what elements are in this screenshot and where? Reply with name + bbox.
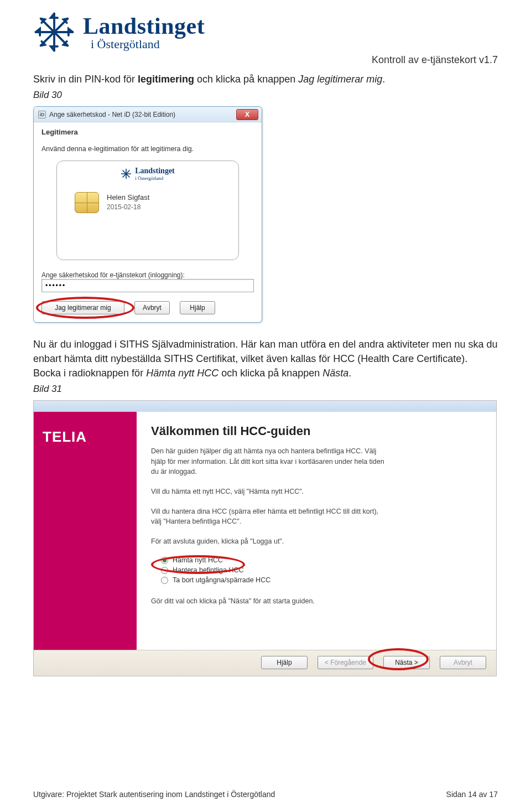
card-date: 2015-02-18 xyxy=(107,203,140,211)
radio-label-3: Ta bort utgångna/spärrade HCC xyxy=(173,576,270,584)
page-footer: Utgivare: Projektet Stark autentisering … xyxy=(33,790,498,799)
hcc-button-row: Hjälp < Föregående Nästa > Avbryt xyxy=(34,650,496,676)
caption-2: Bild 31 xyxy=(33,384,498,395)
hcc-main: Välkommen till HCC-guiden Den här guiden… xyxy=(137,412,496,650)
radio-label-1: Hämta nytt HCC xyxy=(173,556,223,564)
radio-icon-checked xyxy=(161,557,168,564)
hcc-help-button[interactable]: Hjälp xyxy=(261,656,308,669)
close-button[interactable]: X xyxy=(236,109,258,120)
hcc-p4: För att avsluta guiden, klicka på "Logga… xyxy=(151,536,389,546)
p2-mid: och klicka på knappen xyxy=(218,368,322,379)
dialog-title: Ange säkerhetskod - Net iD (32-bit Editi… xyxy=(49,111,175,118)
netid-dialog: iD Ange säkerhetskod - Net iD (32-bit Ed… xyxy=(33,106,262,323)
hcc-titlebar xyxy=(34,401,496,412)
telia-logo-text: TELIA xyxy=(43,428,87,445)
card-holder-name: Helen Sigfast xyxy=(107,193,149,201)
radio-label-2: Hantera befintliga HCC xyxy=(173,566,244,574)
p2-post: . xyxy=(348,368,351,379)
footer-right: Sidan 14 av 17 xyxy=(446,790,498,799)
brand-name: Landstinget xyxy=(83,13,205,39)
cancel-button[interactable]: Avbryt xyxy=(134,301,170,314)
radio-icon xyxy=(161,577,168,584)
caption-1: Bild 30 xyxy=(33,90,498,101)
hcc-next-button[interactable]: Nästa > xyxy=(383,656,430,669)
p2-i2: Nästa xyxy=(322,368,348,379)
logo-block: Landstinget i Östergötland xyxy=(33,11,205,53)
logo-text: Landstinget i Östergötland xyxy=(83,13,205,51)
hcc-heading: Välkommen till HCC-guiden xyxy=(151,424,482,438)
hcc-p2: Vill du hämta ett nytt HCC, välj "Hämta … xyxy=(151,487,389,496)
intro-bold: legitimering xyxy=(138,74,194,85)
footer-left: Utgivare: Projektet Stark autentisering … xyxy=(33,790,275,799)
dialog-heading: Legitimera xyxy=(41,128,254,136)
card-logo-text: Landstinget i Östergötland xyxy=(135,167,175,181)
password-label: Ange säkerhetskod för e-tjänstekort (inl… xyxy=(41,271,254,279)
legitimize-button[interactable]: Jag legitimerar mig xyxy=(41,301,124,314)
dialog-titlebar: iD Ange säkerhetskod - Net iD (32-bit Ed… xyxy=(34,107,262,122)
hcc-sidebar: TELIA xyxy=(34,412,137,650)
p2-i1: Hämta nytt HCC xyxy=(146,368,218,379)
id-card: Landstinget i Östergötland Helen Sigfast… xyxy=(56,161,239,260)
intro-ital: Jag legitimerar mig xyxy=(298,74,382,85)
intro-text: Skriv in din PIN-kod för legitimering oc… xyxy=(33,73,498,86)
close-icon: X xyxy=(245,111,249,118)
radio-remove[interactable]: Ta bort utgångna/spärrade HCC xyxy=(161,576,482,584)
hcc-p1: Den här guiden hjälper dig att hämta nya… xyxy=(151,446,389,476)
intro-post: . xyxy=(382,74,385,85)
radio-manage[interactable]: Hantera befintliga HCC xyxy=(161,566,482,574)
hcc-p3: Vill du hantera dina HCC (spärra eller h… xyxy=(151,506,389,526)
radio-fetch-new[interactable]: Hämta nytt HCC xyxy=(161,556,482,564)
intro-mid: och klicka på knappen xyxy=(194,74,298,85)
snowflake-icon xyxy=(33,11,75,53)
page-header: Landstinget i Östergötland Kontroll av e… xyxy=(33,11,498,66)
hcc-prev-button[interactable]: < Föregående xyxy=(317,656,373,669)
hcc-guide-window: TELIA Välkommen till HCC-guiden Den här … xyxy=(33,400,497,676)
hcc-cancel-button[interactable]: Avbryt xyxy=(440,656,486,669)
password-input[interactable] xyxy=(41,279,254,292)
doc-title: Kontroll av e-tjänstekort v1.7 xyxy=(372,54,498,66)
chip-icon xyxy=(75,192,99,213)
card-brand: Landstinget xyxy=(135,167,175,175)
id-icon: iD xyxy=(38,111,46,118)
paragraph-2: Nu är du inloggad i SITHS Självadministr… xyxy=(33,337,498,380)
card-snowflake-icon xyxy=(121,168,132,179)
dialog-subtext: Använd denna e-legitimation för att legi… xyxy=(41,145,254,153)
radio-icon xyxy=(161,567,168,574)
help-button[interactable]: Hjälp xyxy=(180,301,215,314)
card-subbrand: i Östergötland xyxy=(135,175,175,181)
intro-pre: Skriv in din PIN-kod för xyxy=(33,74,138,85)
hcc-p5: Gör ditt val och klicka på "Nästa" för a… xyxy=(151,596,389,606)
